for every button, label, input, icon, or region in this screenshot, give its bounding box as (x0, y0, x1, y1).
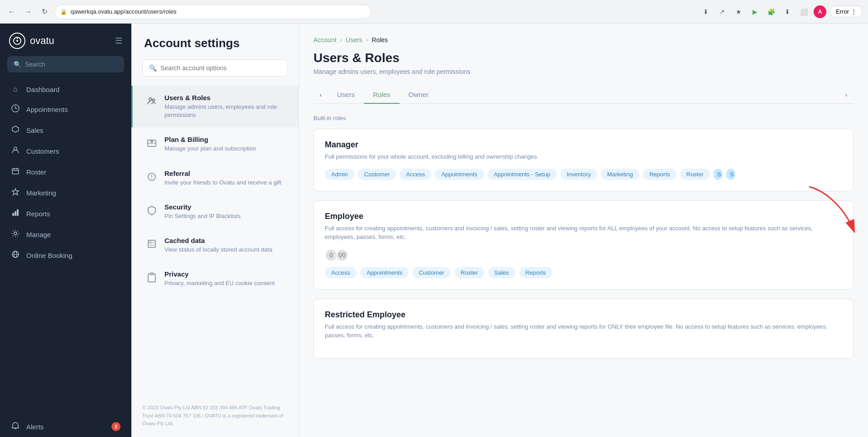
sidebar-item-manage[interactable]: Manage (0, 224, 131, 245)
settings-search-icon: 🔍 (149, 64, 157, 72)
role-tag: Access (400, 169, 431, 180)
sidebar-item-label: Dashboard (26, 86, 59, 93)
svg-rect-26 (149, 242, 151, 243)
avatar-qq: QQ (336, 249, 348, 262)
share-icon[interactable]: ↗ (716, 5, 728, 18)
role-tags-employee: Access Appointments Customer Roster Sale… (325, 267, 842, 278)
sidebar-item-label: Alerts (26, 423, 43, 431)
role-card-employee: Employee Full access for creating appoin… (313, 200, 854, 290)
logo-icon (9, 33, 25, 49)
download-page-icon[interactable]: ⬇ (699, 5, 712, 18)
alerts-badge: 2 (111, 422, 121, 431)
settings-search-input[interactable] (160, 64, 281, 72)
appointments-icon (11, 104, 20, 114)
svg-rect-12 (14, 211, 16, 216)
sidebar: ovatu ☰ 🔍 Search ⌂ Dashboard Appointment… (0, 24, 131, 437)
settings-item-security[interactable]: Security Pin Settings and IP Blacklists (131, 195, 299, 228)
browser-right-icons: ⬇ ↗ ★ ▶ 🧩 ⬇ ⬜ A Error ⋮ (699, 5, 863, 18)
profile-avatar[interactable]: A (814, 5, 826, 18)
breadcrumb-account[interactable]: Account (313, 36, 337, 44)
customers-icon (11, 146, 20, 156)
svg-point-18 (149, 98, 152, 101)
role-tag: Appointments (360, 267, 409, 278)
sidebar-item-marketing[interactable]: Marketing (0, 182, 131, 203)
role-tag: Customer (412, 267, 450, 278)
employee-avatars-row: Q QQ (325, 249, 842, 262)
settings-item-content: Referral Invite your friends to Ovatu an… (164, 170, 286, 187)
sidebar-item-appointments[interactable]: Appointments (0, 99, 131, 120)
settings-item-content: Privacy Privacy, marketing and EU cookie… (164, 270, 286, 287)
error-button[interactable]: Error ⋮ (830, 6, 863, 17)
sidebar-item-label: Marketing (26, 189, 56, 197)
back-button[interactable]: ← (5, 5, 18, 18)
breadcrumb-roles: Roles (372, 36, 388, 44)
bookmark-icon[interactable]: ★ (732, 5, 745, 18)
cast-icon[interactable]: ▶ (748, 5, 761, 18)
settings-item-users-roles[interactable]: Users & Roles Manage admins users, emplo… (131, 86, 299, 127)
sidebar-search-text: Search (25, 61, 45, 68)
role-tag: Appointments - Setup (487, 169, 557, 180)
lock-icon: 🔒 (60, 9, 67, 15)
role-tag: Access (325, 267, 357, 278)
svg-rect-13 (17, 209, 19, 216)
sidebar-logo: ovatu (9, 33, 54, 49)
settings-search[interactable]: 🔍 (142, 59, 288, 77)
settings-item-title: Security (164, 203, 286, 211)
tab-search-icon[interactable]: ⬜ (797, 5, 810, 18)
extensions-icon[interactable]: 🧩 (765, 5, 777, 18)
sidebar-item-alerts[interactable]: Alerts 2 (0, 416, 131, 437)
sidebar-search[interactable]: 🔍 Search (7, 56, 124, 73)
sidebar-item-sales[interactable]: Sales (0, 120, 131, 141)
svg-rect-6 (12, 169, 19, 174)
settings-item-content: Users & Roles Manage admins users, emplo… (164, 94, 286, 119)
manage-icon (11, 229, 20, 239)
settings-item-plan-billing[interactable]: Plan & Billing Manage your plan and subs… (131, 127, 299, 161)
role-title-manager: Manager (325, 140, 842, 150)
role-tag: S (726, 169, 735, 180)
forward-button[interactable]: → (22, 5, 34, 18)
sidebar-item-reports[interactable]: Reports (0, 203, 131, 224)
svg-marker-10 (12, 189, 19, 195)
settings-item-title: Cached data (164, 237, 286, 244)
error-chevron: ⋮ (851, 8, 857, 15)
sidebar-item-label: Appointments (26, 106, 68, 113)
role-tag: Reports (643, 169, 676, 180)
sidebar-item-online-booking[interactable]: Online Booking (0, 245, 131, 266)
settings-item-privacy[interactable]: Privacy Privacy, marketing and EU cookie… (131, 262, 299, 296)
settings-item-cached-data[interactable]: Cached data View status of locally store… (131, 228, 299, 262)
main-content: Account › Users › Roles Users & Roles Ma… (299, 24, 868, 437)
breadcrumb-users[interactable]: Users (346, 36, 362, 44)
svg-point-21 (151, 141, 153, 142)
download-icon[interactable]: ⬇ (781, 5, 794, 18)
settings-item-desc: Pin Settings and IP Blacklists (164, 212, 286, 220)
tabs-prev-button[interactable]: ‹ (313, 87, 328, 102)
role-card-manager: Manager Full permissions for your whole … (313, 129, 854, 191)
refresh-button[interactable]: ↻ (38, 5, 51, 18)
sidebar-item-label: Manage (26, 231, 51, 238)
role-tag: Appointments (435, 169, 484, 180)
sidebar-item-customers[interactable]: Customers (0, 141, 131, 161)
sidebar-menu-button[interactable]: ☰ (115, 36, 122, 46)
settings-item-referral[interactable]: Referral Invite your friends to Ovatu an… (131, 161, 299, 195)
page-heading: Users & Roles Manage admins users, emplo… (313, 51, 854, 75)
page-title: Users & Roles (313, 51, 854, 65)
role-tag: Reports (519, 267, 553, 278)
tab-roles[interactable]: Roles (364, 86, 399, 104)
url-text: qawerkqa.ovatu.app/account/users/roles (71, 8, 176, 15)
tab-owner[interactable]: Owner (400, 86, 438, 104)
tab-users[interactable]: Users (328, 86, 364, 104)
svg-rect-29 (150, 273, 153, 275)
tabs-next-button[interactable]: › (839, 87, 854, 102)
settings-item-content: Security Pin Settings and IP Blacklists (164, 203, 286, 220)
referral-icon (145, 170, 158, 183)
tabs-nav: ‹ Users Roles Owner › (313, 86, 854, 104)
sidebar-item-label: Customers (26, 147, 59, 155)
settings-item-content: Cached data View status of locally store… (164, 237, 286, 254)
sidebar-item-roster[interactable]: Roster (0, 161, 131, 182)
built-in-roles-label: Built-in roles (313, 115, 854, 121)
settings-item-title: Privacy (164, 270, 286, 278)
address-bar[interactable]: 🔒 qawerkqa.ovatu.app/account/users/roles (54, 5, 371, 19)
sidebar-item-dashboard[interactable]: ⌂ Dashboard (0, 80, 131, 99)
svg-point-1 (16, 40, 18, 42)
sidebar-nav: ⌂ Dashboard Appointments Sales Customer (0, 80, 131, 416)
